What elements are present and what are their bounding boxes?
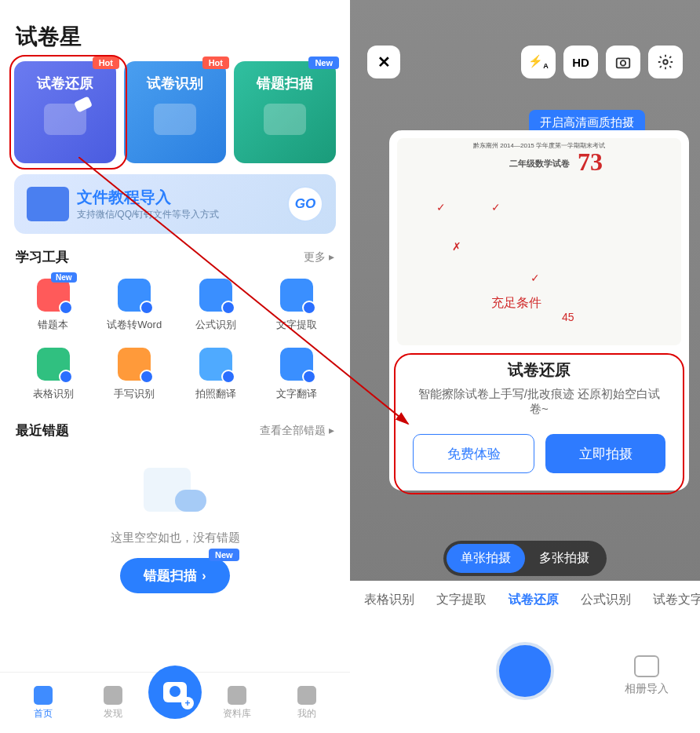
- shutter-button[interactable]: [496, 642, 554, 700]
- new-badge: New: [308, 57, 339, 69]
- nav-discover[interactable]: 发现: [78, 686, 149, 720]
- file-import-banner[interactable]: 文件教程导入 支持微信/QQ/钉钉文件等导入方式 GO: [14, 174, 336, 234]
- app-title: 试卷星: [0, 0, 350, 61]
- new-badge: New: [209, 549, 239, 561]
- settings-button[interactable]: [648, 46, 683, 78]
- feature-cards: 试卷还原 Hot 试卷识别 Hot 错题扫描 New: [0, 61, 350, 163]
- album-import-button[interactable]: 相册导入: [625, 655, 669, 696]
- nav-library[interactable]: 资料库: [202, 686, 272, 720]
- svg-point-2: [663, 60, 668, 64]
- go-button[interactable]: GO: [287, 186, 323, 222]
- checklist-icon: [264, 104, 306, 135]
- free-trial-button[interactable]: 免费体验: [413, 434, 534, 473]
- mode-table[interactable]: 表格识别: [364, 592, 414, 608]
- segment-multi[interactable]: 多张拍摄: [525, 544, 603, 573]
- mode-exam-text[interactable]: 试卷文字识: [653, 592, 700, 608]
- image-icon: [634, 655, 659, 677]
- translate-icon: [280, 348, 313, 381]
- segment-single[interactable]: 单张拍摄: [447, 544, 525, 573]
- eraser-icon: [44, 104, 86, 135]
- tools-more-link[interactable]: 更多 ▸: [304, 250, 334, 264]
- exam-preview-image: 黔东南州 2014—2015 学年度第一学期期末考试 二年级数学试卷 73 ✓✓…: [397, 138, 681, 345]
- flash-button[interactable]: ⚡A: [521, 46, 556, 78]
- home-screen: 试卷星 试卷还原 Hot 试卷识别 Hot 错题扫描 New 文件教程导入 支持…: [0, 0, 350, 733]
- card-wrong-scan[interactable]: 错题扫描 New: [234, 61, 336, 163]
- bottom-nav: 首页 发现 + 资料库 我的: [0, 672, 350, 733]
- nav-mine[interactable]: 我的: [272, 686, 343, 720]
- tool-text-translate[interactable]: 文字翻译: [260, 348, 335, 401]
- shot-mode-segment: 单张拍摄 多张拍摄: [443, 541, 607, 576]
- card-title: 试卷识别: [147, 74, 203, 93]
- handwrite-icon: [118, 348, 151, 381]
- hd-button[interactable]: HD: [563, 46, 598, 78]
- sheet-title: 试卷还原: [397, 359, 681, 381]
- file-import-sub: 支持微信/QQ/钉钉文件等导入方式: [77, 208, 287, 221]
- view-all-link[interactable]: 查看全部错题 ▸: [260, 424, 334, 438]
- camera-screen: ✕ ⚡A HD 开启高清画质拍摄 黔东南州 2014—2015 学年度第一学期期…: [350, 0, 700, 733]
- empty-illustration-icon: [144, 468, 206, 523]
- tool-table[interactable]: 表格识别: [16, 348, 91, 401]
- tools-section-title: 学习工具: [16, 248, 69, 266]
- tool-text-extract[interactable]: 文字提取: [260, 279, 335, 332]
- chevron-right-icon: ›: [202, 569, 206, 583]
- home-icon: [34, 686, 53, 705]
- document-icon: [154, 104, 196, 135]
- camera-footer: 相册导入: [350, 618, 700, 733]
- wrong-book-icon: [37, 279, 70, 312]
- library-icon: [228, 686, 246, 705]
- camera-icon: [614, 53, 632, 71]
- svg-rect-0: [617, 58, 630, 67]
- gear-icon: [657, 53, 674, 71]
- hot-badge: Hot: [93, 57, 119, 69]
- folder-icon: [27, 187, 69, 221]
- svg-point-1: [621, 60, 625, 65]
- tool-handwrite[interactable]: 手写识别: [97, 348, 173, 401]
- sheet-subtitle: 智能擦除试卷上手写/批改痕迹 还原初始空白试卷~: [397, 387, 681, 417]
- card-title: 错题扫描: [257, 74, 313, 93]
- camera-header: ✕ ⚡A HD: [350, 0, 700, 78]
- close-button[interactable]: ✕: [367, 46, 400, 78]
- camera-translate-icon: [199, 348, 232, 381]
- feature-sheet: 黔东南州 2014—2015 学年度第一学期期末考试 二年级数学试卷 73 ✓✓…: [389, 130, 689, 490]
- tool-wrong-book[interactable]: 错题本New: [16, 279, 91, 332]
- file-import-title: 文件教程导入: [77, 187, 287, 208]
- word-icon: [118, 279, 151, 312]
- mode-text[interactable]: 文字提取: [436, 592, 487, 608]
- tool-photo-translate[interactable]: 拍照翻译: [178, 348, 253, 401]
- tool-formula[interactable]: 公式识别: [178, 279, 253, 332]
- empty-text: 这里空空如也，没有错题: [111, 531, 240, 545]
- close-icon: ✕: [377, 53, 391, 71]
- empty-state: 这里空空如也，没有错题 错题扫描› New: [0, 447, 350, 601]
- card-exam-restore[interactable]: 试卷还原 Hot: [14, 61, 116, 163]
- mode-formula[interactable]: 公式识别: [581, 592, 631, 608]
- plus-icon: +: [181, 697, 194, 709]
- shoot-now-button[interactable]: 立即拍摄: [545, 434, 665, 473]
- tool-grid: 错题本New 试卷转Word 公式识别 文字提取 表格识别 手写识别 拍照翻译 …: [0, 274, 350, 407]
- hot-badge: Hot: [202, 57, 229, 69]
- recent-section-title: 最近错题: [16, 421, 69, 439]
- mode-restore[interactable]: 试卷还原: [509, 592, 559, 608]
- card-exam-recognize[interactable]: 试卷识别 Hot: [124, 61, 226, 163]
- formula-icon: [199, 279, 232, 312]
- text-icon: [280, 279, 313, 312]
- tool-to-word[interactable]: 试卷转Word: [97, 279, 173, 332]
- flash-icon: ⚡A: [528, 54, 549, 70]
- mode-tabs[interactable]: 表格识别 文字提取 试卷还原 公式识别 试卷文字识: [350, 581, 700, 618]
- table-icon: [37, 348, 70, 381]
- switch-camera-button[interactable]: [606, 46, 640, 78]
- scan-wrong-button[interactable]: 错题扫描› New: [120, 558, 229, 593]
- nav-camera-fab[interactable]: +: [148, 666, 202, 719]
- nav-home[interactable]: 首页: [8, 686, 78, 720]
- discover-icon: [104, 686, 122, 705]
- card-title: 试卷还原: [37, 74, 93, 93]
- user-icon: [297, 686, 316, 705]
